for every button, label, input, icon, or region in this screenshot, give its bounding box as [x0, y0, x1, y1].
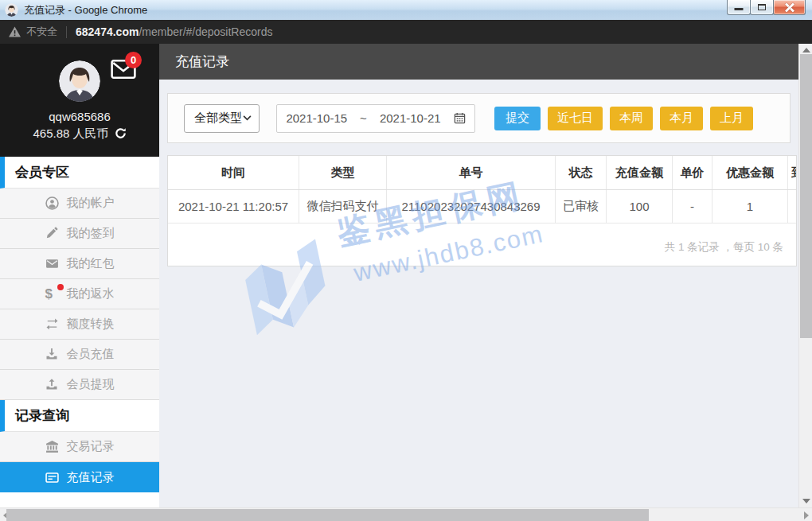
sidebar-nav: 会员专区 我的帐户 我的签到 我的红包 $ 我的返水 额度转换	[0, 157, 159, 492]
quick-button-this-month[interactable]: 本月	[660, 107, 703, 130]
page-title: 充值记录	[159, 44, 798, 80]
cell-order-no: 211020232027430843269	[387, 190, 556, 223]
date-range-input[interactable]: 2021-10-15 ~ 2021-10-21	[276, 104, 475, 133]
profile-panel: 0 qqw685686 465.88 人民币	[0, 44, 159, 157]
calendar-icon	[454, 112, 466, 124]
horizontal-scrollbar-thumb[interactable]	[6, 509, 649, 521]
horizontal-scrollbar[interactable]	[0, 507, 812, 521]
card-icon	[45, 471, 59, 484]
url-domain: 682474.com	[76, 25, 139, 38]
balance-value: 465.88 人民币	[33, 126, 108, 142]
quick-button-this-week[interactable]: 本周	[610, 107, 653, 130]
sidebar-item-label: 额度转换	[67, 317, 115, 332]
cell-unit-price: -	[673, 190, 712, 223]
column-header-order-no: 单号	[387, 156, 556, 189]
type-select-value: 全部类型	[194, 111, 242, 126]
address-divider	[66, 26, 67, 38]
table-header-row: 时间 类型 单号 状态 充值金额 单价 优惠金额 到账金额	[168, 156, 797, 190]
window-controls	[728, 0, 806, 15]
quick-button-last-month[interactable]: 上月	[710, 107, 753, 130]
sidebar-item-transaction-records[interactable]: 交易记录	[0, 432, 159, 462]
notification-dot	[57, 284, 64, 290]
dollar-icon: $	[45, 287, 59, 301]
envelope-icon	[45, 257, 59, 270]
sidebar-item-quota-transfer[interactable]: 额度转换	[0, 309, 159, 340]
column-header-received: 到账金额	[788, 156, 797, 189]
sidebar-item-label: 我的帐户	[67, 196, 115, 211]
quick-button-last7days[interactable]: 近七日	[548, 107, 603, 130]
balance-row: 465.88 人民币	[0, 126, 159, 142]
sidebar-item-my-checkin[interactable]: 我的签到	[0, 219, 159, 249]
cell-received	[788, 190, 797, 223]
cell-type: 微信扫码支付	[299, 190, 387, 223]
sidebar-section-records: 记录查询	[0, 400, 159, 432]
sidebar-item-label: 我的返水	[67, 286, 115, 301]
type-select[interactable]: 全部类型	[184, 104, 260, 133]
maximize-button[interactable]	[750, 0, 774, 15]
pagination-summary: 共 1 条记录 ，每页 10 条	[168, 240, 796, 255]
mail-badge: 0	[125, 52, 142, 68]
bank-icon	[45, 440, 59, 453]
avatar[interactable]	[59, 60, 100, 102]
deposit-icon	[45, 348, 59, 361]
address-bar[interactable]: 不安全 682474.com /member/#/depositRecords	[0, 20, 812, 44]
pencil-icon	[45, 227, 59, 240]
column-header-discount: 优惠金额	[712, 156, 788, 189]
column-header-unit-price: 单价	[673, 156, 712, 189]
close-button[interactable]	[773, 0, 806, 15]
username: qqw685686	[0, 110, 159, 123]
url-path: /member/#/depositRecords	[139, 25, 272, 38]
column-header-type: 类型	[299, 156, 387, 189]
main-content: 充值记录 全部类型 2021-10-15 ~ 2021-10-21 提交 近七日…	[159, 44, 798, 507]
date-separator: ~	[360, 111, 367, 125]
sidebar-item-label: 我的红包	[67, 256, 115, 271]
sidebar-item-my-rebate[interactable]: $ 我的返水	[0, 279, 159, 309]
chevron-down-icon	[243, 115, 252, 121]
sidebar-item-deposit-records[interactable]: 充值记录	[0, 462, 159, 492]
sidebar: 0 qqw685686 465.88 人民币 会员专区 我的帐户 我的签到 我	[0, 44, 159, 507]
sidebar-item-member-withdraw[interactable]: 会员提现	[0, 370, 159, 400]
scroll-up-icon[interactable]	[802, 48, 810, 52]
site-favicon-icon	[5, 3, 18, 17]
sidebar-item-label: 充值记录	[67, 470, 115, 485]
cell-time: 2021-10-21 11:20:57	[168, 190, 299, 223]
security-label: 不安全	[26, 25, 57, 39]
column-header-time: 时间	[168, 156, 299, 189]
withdraw-icon	[45, 378, 59, 391]
sidebar-item-member-deposit[interactable]: 会员充值	[0, 340, 159, 370]
sidebar-item-label: 会员提现	[67, 377, 115, 392]
filter-panel: 全部类型 2021-10-15 ~ 2021-10-21 提交 近七日 本周 本…	[167, 93, 791, 143]
sidebar-item-label: 交易记录	[67, 439, 115, 454]
date-to: 2021-10-21	[380, 111, 441, 125]
maximize-icon	[758, 4, 766, 10]
warning-icon	[9, 26, 21, 37]
scroll-right-icon[interactable]	[804, 511, 809, 519]
window-title: 充值记录 - Google Chrome	[24, 3, 147, 17]
date-from: 2021-10-15	[286, 111, 347, 125]
transfer-icon	[45, 317, 59, 331]
user-icon	[45, 196, 59, 210]
vertical-scrollbar[interactable]	[798, 44, 812, 507]
vertical-scrollbar-thumb[interactable]	[800, 54, 812, 338]
browser-window: 充值记录 - Google Chrome 不安全 682474.com /mem…	[0, 0, 812, 521]
cell-discount: 1	[712, 190, 788, 223]
cell-status: 已审核	[556, 190, 607, 223]
sidebar-item-label: 会员充值	[67, 347, 115, 362]
submit-button[interactable]: 提交	[494, 107, 541, 130]
sidebar-item-label: 我的签到	[67, 226, 115, 241]
column-header-amount: 充值金额	[607, 156, 673, 189]
column-header-status: 状态	[556, 156, 607, 189]
sidebar-item-my-account[interactable]: 我的帐户	[0, 189, 159, 219]
close-icon	[784, 2, 795, 13]
scroll-down-icon[interactable]	[802, 499, 810, 504]
minimize-button[interactable]	[727, 0, 751, 15]
cell-amount: 100	[607, 190, 673, 223]
sidebar-section-member-zone: 会员专区	[0, 157, 159, 189]
records-table-panel: 时间 类型 单号 状态 充值金额 单价 优惠金额 到账金额 2021-10-21…	[167, 155, 797, 266]
window-titlebar: 充值记录 - Google Chrome	[0, 0, 812, 20]
refresh-icon[interactable]	[115, 127, 127, 142]
table-row: 2021-10-21 11:20:57 微信扫码支付 2110202320274…	[168, 190, 797, 224]
sidebar-item-my-redpacket[interactable]: 我的红包	[0, 249, 159, 279]
minimize-icon	[735, 8, 744, 10]
